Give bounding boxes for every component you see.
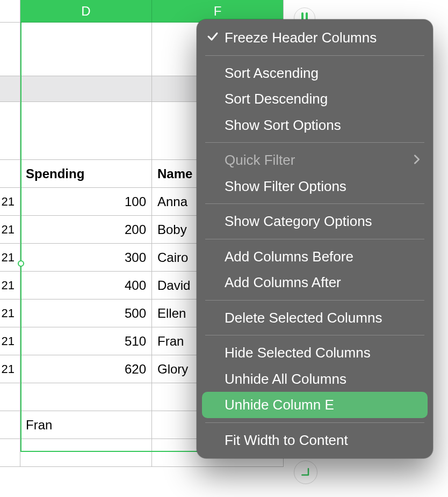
- menu-label: Freeze Header Columns: [225, 30, 377, 46]
- menu-add-columns-before[interactable]: Add Columns Before: [197, 244, 433, 270]
- menu-show-category-options[interactable]: Show Category Options: [197, 208, 433, 235]
- menu-separator: [205, 55, 424, 56]
- row-stub: [0, 439, 20, 467]
- menu-label: Show Filter Options: [225, 178, 346, 194]
- cell[interactable]: [20, 102, 152, 160]
- row-stub: [0, 102, 20, 160]
- row-stub: [0, 383, 20, 411]
- column-context-menu: Freeze Header Columns Sort Ascending Sor…: [197, 19, 433, 458]
- cell-spending[interactable]: 300: [20, 244, 152, 272]
- menu-label: Sort Descending: [225, 91, 328, 107]
- check-icon: [206, 30, 219, 43]
- row-stub: [0, 160, 20, 188]
- menu-label: Hide Selected Columns: [225, 345, 371, 361]
- menu-label: Add Columns After: [225, 274, 341, 290]
- column-header-stub: [0, 0, 20, 23]
- cell[interactable]: [20, 439, 152, 467]
- menu-fit-width-to-content[interactable]: Fit Width to Content: [197, 427, 433, 454]
- menu-label: Quick Filter: [225, 152, 295, 168]
- cell[interactable]: [20, 383, 152, 411]
- menu-label: Unhide All Columns: [225, 371, 346, 387]
- table-extend-button[interactable]: [294, 461, 317, 484]
- column-header-spending[interactable]: Spending: [20, 160, 152, 188]
- menu-add-columns-after[interactable]: Add Columns After: [197, 269, 433, 296]
- row-stub: 21: [0, 216, 20, 244]
- menu-separator: [205, 335, 424, 335]
- row-stub: [0, 411, 20, 439]
- menu-label: Unhide Column E: [225, 397, 334, 413]
- menu-label: Sort Ascending: [225, 65, 319, 81]
- cell-spending[interactable]: 620: [20, 355, 152, 383]
- cell-spending[interactable]: 500: [20, 299, 152, 327]
- row-stub: 21: [0, 272, 20, 299]
- row-stub: [0, 23, 20, 76]
- cell-spending[interactable]: 200: [20, 216, 152, 244]
- menu-quick-filter: Quick Filter: [197, 147, 433, 173]
- menu-separator: [205, 422, 424, 423]
- menu-separator: [205, 239, 424, 239]
- cell[interactable]: Fran: [20, 411, 152, 439]
- cell[interactable]: [20, 23, 152, 76]
- row-stub: 21: [0, 327, 20, 355]
- menu-show-sort-options[interactable]: Show Sort Options: [197, 112, 433, 138]
- corner-icon: [300, 467, 311, 478]
- row-stub: 21: [0, 244, 20, 272]
- column-header-d[interactable]: D: [20, 0, 152, 23]
- menu-label: Show Category Options: [225, 213, 372, 229]
- menu-sort-descending[interactable]: Sort Descending: [197, 86, 433, 112]
- chevron-right-icon: [413, 154, 421, 165]
- menu-separator: [205, 300, 424, 301]
- cell-spending[interactable]: 100: [20, 188, 152, 216]
- row-stub: 21: [0, 188, 20, 216]
- menu-hide-selected-columns[interactable]: Hide Selected Columns: [197, 340, 433, 366]
- menu-label: Fit Width to Content: [225, 432, 348, 448]
- cell-spending[interactable]: 510: [20, 327, 152, 355]
- menu-separator: [205, 203, 424, 204]
- menu-freeze-header-columns[interactable]: Freeze Header Columns: [197, 25, 433, 51]
- menu-show-filter-options[interactable]: Show Filter Options: [197, 173, 433, 200]
- row-stub: 21: [0, 299, 20, 327]
- menu-label: Show Sort Options: [225, 117, 341, 133]
- menu-sort-ascending[interactable]: Sort Ascending: [197, 60, 433, 86]
- row-stub: 21: [0, 355, 20, 383]
- menu-delete-selected-columns[interactable]: Delete Selected Columns: [197, 305, 433, 331]
- menu-unhide-column-e[interactable]: Unhide Column E: [202, 392, 428, 418]
- menu-separator: [205, 142, 424, 143]
- cell[interactable]: [20, 76, 152, 102]
- menu-unhide-all-columns[interactable]: Unhide All Columns: [197, 366, 433, 392]
- row-stub: [0, 76, 20, 102]
- cell-spending[interactable]: 400: [20, 272, 152, 299]
- menu-label: Delete Selected Columns: [225, 310, 382, 326]
- menu-label: Add Columns Before: [225, 248, 353, 265]
